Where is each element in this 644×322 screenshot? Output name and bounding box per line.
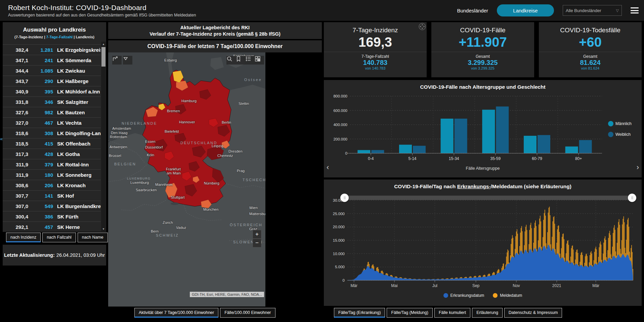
row-fallzahl: 982 [32, 110, 53, 115]
svg-text:60-79: 60-79 [532, 156, 542, 161]
germany-choropleth-map[interactable]: EsbjergKopenhagenOstseeHamburgStettinBre… [108, 52, 265, 307]
selection-dropdown-icon[interactable] [123, 56, 132, 65]
row-fallzahl: 141 [32, 193, 53, 199]
landkreis-row[interactable]: 311,9379LK Rottal-Inn [3, 159, 101, 169]
scrollbar-thumb[interactable] [101, 47, 105, 67]
landkreis-row[interactable]: 308,6206LK Kronach [3, 180, 101, 190]
legend-list-icon[interactable] [245, 56, 255, 65]
svg-text:0-4: 0-4 [368, 156, 374, 161]
scroll-up-icon[interactable]: ▲ [101, 42, 106, 46]
landkreis-row[interactable]: 347,1241LK Sömmerda [3, 55, 101, 65]
landkreis-row[interactable]: 300,4386SK Fürth [3, 211, 101, 222]
nav-bundeslaender[interactable]: Bundesländer [457, 8, 488, 13]
legend-label: Meldedatum [500, 293, 522, 298]
default-extent-icon[interactable] [112, 56, 122, 65]
lagebericht-line2: Verlauf der 7-Tage-Inzidenz pro Kreis (g… [149, 31, 281, 37]
svg-text:Mär: Mär [592, 283, 599, 288]
map-label: Rotterdam [110, 135, 127, 139]
card-sub-label: Gesamt [431, 54, 534, 59]
landkreis-row[interactable]: 331,8346SK Salzgitter [3, 96, 101, 107]
zoom-in-button[interactable]: + [253, 230, 261, 239]
map-tab-2[interactable]: Fälle/100.000 Einwohner [220, 308, 275, 318]
card-title: COVID-19-Fälle [431, 22, 534, 34]
map-label: Mattersburg [249, 212, 265, 216]
bottom-tab-1[interactable]: Fälle/Tag (Erkrankung) [334, 308, 385, 318]
row-name: SK Hof [57, 193, 101, 199]
sidebar-sort-tabs: nach Inzidenznach Fallzahlnach Name [6, 233, 108, 242]
bundesland-select[interactable]: Alle Bundesländer ▽ [563, 5, 622, 16]
row-fallzahl: 395 [32, 89, 53, 94]
landkreis-row[interactable]: 317,3428LK Gotha [3, 149, 101, 159]
svg-text:Mär: Mär [350, 283, 357, 288]
svg-text:Weiblich: Weiblich [615, 132, 631, 137]
bottom-tab-3[interactable]: Fälle kumuliert [434, 308, 470, 318]
map-label: Saarbrücken [136, 188, 157, 192]
landkreis-row[interactable]: 343,7290LK Haßberge [3, 76, 101, 86]
svg-text:2021: 2021 [552, 283, 561, 288]
landkreis-row[interactable]: 382,41.281LK Erzgebirgskreis [3, 44, 101, 55]
time-title-erkrankungs-link[interactable]: Erkrankungs- [457, 184, 491, 189]
row-fallzahl: 206 [32, 183, 53, 188]
landkreis-row[interactable]: 307,7141SK Hof [3, 190, 101, 201]
search-icon[interactable] [226, 56, 236, 65]
card-sub-label: Gesamt [539, 54, 642, 59]
row-inzidenz: 327,0 [7, 120, 28, 126]
map-label: TSCHECHIEN [243, 178, 265, 182]
legend-item: Meldedatum [493, 293, 522, 298]
carousel-right-icon[interactable]: › [637, 164, 639, 171]
time-range-slider[interactable] [344, 196, 636, 200]
svg-text:15-34: 15-34 [449, 156, 459, 161]
list-scrollbar[interactable]: ▲ ▼ [101, 42, 106, 231]
landkreis-row[interactable]: 318,6308LK Dingolfing-Landau [3, 128, 101, 138]
landkreis-row[interactable]: 327,6982LK Bautzen [3, 107, 101, 117]
bottom-tab-5[interactable]: Datenschutz & Impressum [504, 308, 562, 318]
landkreis-row[interactable]: 307,0549LK Burgenlandkreis [3, 201, 101, 211]
map-label: SCHWEIZ [156, 233, 179, 237]
row-inzidenz: 292,1 [7, 224, 28, 230]
chevron-down-icon: ▽ [616, 8, 619, 13]
bottom-tab-4[interactable]: Erläuterung [472, 308, 503, 318]
bottom-tab-2[interactable]: Fälle/Tag (Meldung) [387, 308, 432, 318]
row-name: LK Kronach [57, 183, 101, 188]
time-chart-title: COVID-19-Fälle/Tag nach Erkrankungs-/Mel… [324, 184, 642, 190]
lagebericht-line1[interactable]: Aktueller Lagebericht des RKI [180, 25, 250, 30]
scroll-down-icon[interactable]: ▼ [101, 227, 106, 231]
stat-card-inzidenz: 7-Tage-Inzidenz 169,3 7-Tage-Fallzahl 14… [324, 22, 427, 77]
card-title: COVID-19-Todesfälle [539, 22, 642, 34]
row-fallzahl: 467 [32, 120, 53, 126]
nav-landkreise-button[interactable]: Landkreise [497, 4, 554, 16]
row-name: LK Zwickau [57, 68, 101, 74]
row-fallzahl: 415 [32, 141, 53, 147]
map-label: Ostsee [244, 78, 262, 82]
landkreis-row[interactable]: 327,0467LK Vechta [3, 117, 101, 128]
sidebar-tab-1[interactable]: nach Inzidenz [6, 233, 41, 242]
slider-handle-end[interactable] [628, 194, 636, 202]
map-label: Antwerpen [110, 145, 127, 149]
card-sub-value: 140.783 [324, 59, 427, 66]
landkreis-row[interactable]: 318,5415SK Offenbach [3, 138, 101, 149]
map-label: am Main [167, 171, 181, 175]
landkreis-row[interactable]: 340,9395LK Mühldorf a.Inn [3, 86, 101, 96]
svg-text:Sep: Sep [472, 283, 480, 288]
last-update-panel: Letzte Aktualisierung: 26.04.2021, 03:09… [3, 245, 106, 266]
row-inzidenz: 343,7 [7, 78, 28, 84]
row-fallzahl: 428 [32, 151, 53, 157]
page-title: Robert Koch-Institut: COVID-19-Dashboard [8, 4, 196, 12]
map-tab-1[interactable]: Aktivität über 7 Tage/100.000 Einwohner [134, 308, 218, 318]
basemap-icon[interactable] [255, 56, 264, 65]
landkreis-list-panel: Auswahl pro Landkreis (7-Tage-Inzidenz |… [3, 22, 106, 232]
hamburger-menu-icon[interactable] [631, 7, 639, 13]
slider-handle-start[interactable] [340, 194, 349, 202]
sidebar-tab-3[interactable]: nach Name [78, 233, 108, 242]
landkreis-row[interactable]: 292,1457SK Herne [3, 222, 101, 232]
map-label: Essen [145, 139, 156, 144]
zoom-out-button[interactable]: − [253, 239, 261, 247]
landkreis-row[interactable]: 311,9180LK Sonneberg [3, 169, 101, 180]
bookmark-icon[interactable] [236, 56, 245, 65]
row-fallzahl: 241 [32, 57, 53, 63]
sidebar-tab-2[interactable]: nach Fallzahl [42, 233, 76, 242]
carousel-left-icon[interactable]: ‹ [327, 164, 329, 171]
landkreis-row[interactable]: 344,41.085LK Zwickau [3, 65, 101, 76]
row-name: LK Erzgebirgskreis [57, 47, 101, 53]
card-settings-icon[interactable] [419, 23, 426, 32]
